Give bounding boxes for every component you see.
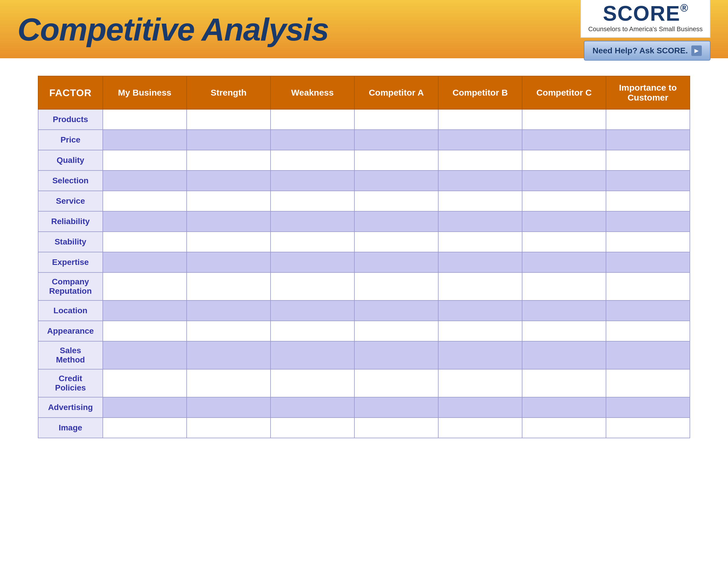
data-cell[interactable] bbox=[522, 252, 606, 272]
data-cell[interactable] bbox=[438, 369, 522, 397]
data-cell[interactable] bbox=[354, 252, 438, 272]
data-cell[interactable] bbox=[103, 109, 187, 130]
data-cell[interactable] bbox=[354, 150, 438, 170]
data-cell[interactable] bbox=[103, 150, 187, 170]
data-cell[interactable] bbox=[606, 341, 690, 369]
data-cell[interactable] bbox=[438, 321, 522, 341]
data-cell[interactable] bbox=[522, 109, 606, 130]
data-cell[interactable] bbox=[606, 170, 690, 191]
data-cell[interactable] bbox=[438, 191, 522, 211]
data-cell[interactable] bbox=[271, 418, 354, 438]
data-cell[interactable] bbox=[606, 301, 690, 321]
data-cell[interactable] bbox=[103, 211, 187, 232]
data-cell[interactable] bbox=[522, 191, 606, 211]
data-cell[interactable] bbox=[354, 232, 438, 252]
data-cell[interactable] bbox=[606, 272, 690, 301]
data-cell[interactable] bbox=[187, 272, 271, 301]
data-cell[interactable] bbox=[606, 232, 690, 252]
data-cell[interactable] bbox=[187, 109, 271, 130]
data-cell[interactable] bbox=[354, 170, 438, 191]
data-cell[interactable] bbox=[103, 232, 187, 252]
data-cell[interactable] bbox=[606, 418, 690, 438]
data-cell[interactable] bbox=[354, 301, 438, 321]
data-cell[interactable] bbox=[606, 321, 690, 341]
data-cell[interactable] bbox=[522, 321, 606, 341]
data-cell[interactable] bbox=[438, 301, 522, 321]
data-cell[interactable] bbox=[103, 321, 187, 341]
data-cell[interactable] bbox=[354, 109, 438, 130]
data-cell[interactable] bbox=[103, 252, 187, 272]
data-cell[interactable] bbox=[187, 369, 271, 397]
data-cell[interactable] bbox=[522, 211, 606, 232]
data-cell[interactable] bbox=[606, 252, 690, 272]
data-cell[interactable] bbox=[187, 397, 271, 418]
data-cell[interactable] bbox=[103, 418, 187, 438]
data-cell[interactable] bbox=[103, 130, 187, 150]
data-cell[interactable] bbox=[606, 369, 690, 397]
data-cell[interactable] bbox=[271, 211, 354, 232]
data-cell[interactable] bbox=[187, 341, 271, 369]
data-cell[interactable] bbox=[606, 191, 690, 211]
data-cell[interactable] bbox=[187, 418, 271, 438]
data-cell[interactable] bbox=[354, 369, 438, 397]
data-cell[interactable] bbox=[271, 130, 354, 150]
data-cell[interactable] bbox=[438, 109, 522, 130]
data-cell[interactable] bbox=[271, 321, 354, 341]
data-cell[interactable] bbox=[606, 211, 690, 232]
data-cell[interactable] bbox=[187, 150, 271, 170]
data-cell[interactable] bbox=[438, 252, 522, 272]
data-cell[interactable] bbox=[271, 252, 354, 272]
data-cell[interactable] bbox=[606, 397, 690, 418]
data-cell[interactable] bbox=[438, 130, 522, 150]
data-cell[interactable] bbox=[187, 211, 271, 232]
data-cell[interactable] bbox=[271, 301, 354, 321]
data-cell[interactable] bbox=[187, 252, 271, 272]
data-cell[interactable] bbox=[271, 272, 354, 301]
data-cell[interactable] bbox=[103, 397, 187, 418]
data-cell[interactable] bbox=[522, 150, 606, 170]
data-cell[interactable] bbox=[187, 130, 271, 150]
data-cell[interactable] bbox=[438, 418, 522, 438]
data-cell[interactable] bbox=[354, 130, 438, 150]
data-cell[interactable] bbox=[103, 301, 187, 321]
data-cell[interactable] bbox=[354, 191, 438, 211]
data-cell[interactable] bbox=[354, 321, 438, 341]
data-cell[interactable] bbox=[522, 170, 606, 191]
data-cell[interactable] bbox=[354, 341, 438, 369]
data-cell[interactable] bbox=[606, 109, 690, 130]
data-cell[interactable] bbox=[438, 232, 522, 252]
data-cell[interactable] bbox=[354, 211, 438, 232]
data-cell[interactable] bbox=[354, 397, 438, 418]
data-cell[interactable] bbox=[187, 301, 271, 321]
data-cell[interactable] bbox=[606, 130, 690, 150]
data-cell[interactable] bbox=[522, 301, 606, 321]
data-cell[interactable] bbox=[522, 272, 606, 301]
data-cell[interactable] bbox=[522, 232, 606, 252]
data-cell[interactable] bbox=[354, 272, 438, 301]
data-cell[interactable] bbox=[438, 272, 522, 301]
data-cell[interactable] bbox=[354, 418, 438, 438]
data-cell[interactable] bbox=[103, 369, 187, 397]
data-cell[interactable] bbox=[522, 130, 606, 150]
data-cell[interactable] bbox=[522, 369, 606, 397]
data-cell[interactable] bbox=[522, 397, 606, 418]
data-cell[interactable] bbox=[271, 369, 354, 397]
data-cell[interactable] bbox=[271, 397, 354, 418]
data-cell[interactable] bbox=[438, 211, 522, 232]
data-cell[interactable] bbox=[187, 232, 271, 252]
data-cell[interactable] bbox=[271, 232, 354, 252]
data-cell[interactable] bbox=[271, 170, 354, 191]
data-cell[interactable] bbox=[522, 418, 606, 438]
data-cell[interactable] bbox=[187, 321, 271, 341]
data-cell[interactable] bbox=[103, 191, 187, 211]
data-cell[interactable] bbox=[438, 341, 522, 369]
data-cell[interactable] bbox=[103, 170, 187, 191]
data-cell[interactable] bbox=[271, 341, 354, 369]
data-cell[interactable] bbox=[271, 109, 354, 130]
data-cell[interactable] bbox=[271, 191, 354, 211]
data-cell[interactable] bbox=[438, 150, 522, 170]
data-cell[interactable] bbox=[271, 150, 354, 170]
data-cell[interactable] bbox=[103, 341, 187, 369]
data-cell[interactable] bbox=[606, 150, 690, 170]
data-cell[interactable] bbox=[438, 170, 522, 191]
